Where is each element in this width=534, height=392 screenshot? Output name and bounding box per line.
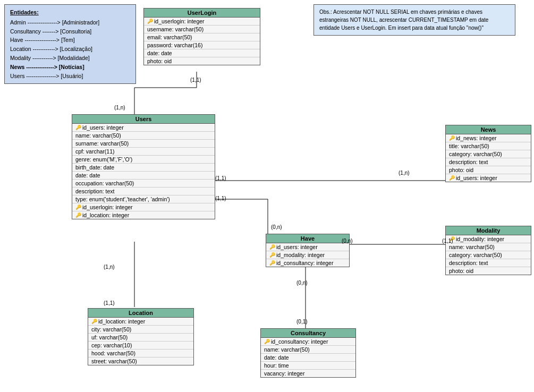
entity-location-header: Location: [88, 309, 193, 318]
field-modality-id: 🔑 id_modality: integer: [446, 235, 531, 243]
field-location-uf: uf: varchar(50): [88, 334, 193, 342]
pk-icon: 🔑: [75, 125, 81, 130]
card-1-1-users-have: (1,1): [215, 195, 226, 201]
field-news-users: 🔑 id_users: integer: [446, 174, 531, 182]
card-0-1-consultancy: (0,1): [296, 319, 308, 325]
field-users-birthdate: birth_date: date: [72, 164, 215, 172]
diagram-container: Entidades: Admin ----------------> [Admi…: [0, 0, 534, 392]
field-userlogin-password: password: varchar(16): [144, 41, 260, 49]
legend-items: Admin ----------------> [Administrador] …: [10, 18, 130, 81]
pk-icon: 🔑: [91, 319, 97, 324]
field-location-id: 🔑 id_location: integer: [88, 318, 193, 326]
note-box: Obs.: Acrescentar NOT NULL SERIAL em cha…: [313, 4, 515, 36]
field-users-type: type: enum('student','teacher', 'admin'): [72, 195, 215, 203]
field-users-occupation: occupation: varchar(50): [72, 180, 215, 188]
legend-title: Entidades:: [10, 8, 130, 17]
entity-have: Have 🔑 id_users: integer 🔑 id_modality: …: [266, 234, 350, 267]
note-text: Obs.: Acrescentar NOT NULL SERIAL em cha…: [319, 9, 488, 31]
legend-item: Users ----------------> [Usuário]: [10, 72, 130, 81]
field-consultancy-id: 🔑 id_consultancy: integer: [261, 338, 355, 346]
field-have-users: 🔑 id_users: integer: [266, 243, 349, 251]
field-news-category: category: varchar(50): [446, 150, 531, 158]
field-news-title: title: varchar(50): [446, 142, 531, 150]
field-userlogin-username: username: varchar(50): [144, 25, 260, 33]
card-1-1-users-news: (1,1): [215, 175, 226, 181]
pk-icon: 🔑: [147, 19, 152, 24]
entity-news: News 🔑 id_news: integer title: varchar(5…: [445, 125, 531, 182]
field-news-id: 🔑 id_news: integer: [446, 134, 531, 142]
field-userlogin-id: 🔑 id_userlogin: integer: [144, 18, 260, 25]
field-consultancy-name: name: varchar(50): [261, 346, 355, 354]
card-1-1-location: (1,1): [104, 300, 115, 306]
card-1-n-users-location: (1,n): [104, 264, 115, 270]
field-users-userlogin: 🔑 id_userlogin: integer: [72, 203, 215, 211]
pk-icon: 🔑: [75, 204, 81, 210]
entity-consultancy: Consultancy 🔑 id_consultancy: integer na…: [260, 328, 356, 378]
field-news-description: description: text: [446, 158, 531, 166]
card-1-1-userlogin: (1,1): [190, 77, 201, 83]
entity-news-header: News: [446, 125, 531, 134]
field-consultancy-hour: hour: time: [261, 362, 355, 370]
entity-consultancy-header: Consultancy: [261, 329, 355, 338]
field-users-name: name: varchar(50): [72, 132, 215, 140]
card-1-n-news: (1,n): [399, 170, 410, 176]
field-userlogin-email: email: varchar(50): [144, 33, 260, 41]
field-modality-photo: photo: oid: [446, 267, 531, 275]
field-modality-category: category: varchar(50): [446, 251, 531, 259]
field-modality-description: description: text: [446, 259, 531, 267]
card-0-n-have-modality: (0,n): [342, 238, 353, 244]
field-modality-name: name: varchar(50): [446, 243, 531, 251]
field-users-cpf: cpf: varchar(11): [72, 148, 215, 156]
field-users-date: date: date: [72, 172, 215, 180]
entity-location: Location 🔑 id_location: integer city: va…: [88, 308, 194, 365]
pk-icon: 🔑: [75, 212, 81, 218]
legend-item: News ---------------> [Notícias]: [10, 63, 130, 72]
field-consultancy-vacancy: vacancy: integer: [261, 370, 355, 377]
legend-item: Modality -----------> [Modalidade]: [10, 54, 130, 63]
field-location-hood: hood: varchar(50): [88, 350, 193, 357]
card-1-n-users: (1,n): [114, 105, 125, 110]
card-0-n-have: (0,n): [271, 224, 282, 230]
pk-icon: 🔑: [269, 260, 275, 266]
entity-users-header: Users: [72, 115, 215, 124]
entity-userlogin-header: UserLogin: [144, 8, 260, 18]
field-users-surname: surname: varchar(50): [72, 140, 215, 148]
field-location-city: city: varchar(50): [88, 326, 193, 334]
field-users-description: description: text: [72, 188, 215, 195]
field-userlogin-date: date: date: [144, 49, 260, 57]
legend-item: Consultancy -------> [Consultoria]: [10, 27, 130, 36]
field-users-location: 🔑 id_location: integer: [72, 211, 215, 219]
field-have-consultancy: 🔑 id_consultancy: integer: [266, 259, 349, 267]
entity-users: Users 🔑 id_users: integer name: varchar(…: [72, 114, 215, 219]
field-have-modality: 🔑 id_modality: integer: [266, 251, 349, 259]
legend-box: Entidades: Admin ----------------> [Admi…: [4, 4, 136, 84]
legend-item: Location ------------> [Localização]: [10, 45, 130, 54]
field-location-street: street: varchar(50): [88, 357, 193, 365]
pk-icon: 🔑: [269, 244, 275, 250]
field-userlogin-photo: photo: oid: [144, 57, 260, 65]
entity-modality-header: Modality: [446, 226, 531, 235]
pk-icon: 🔑: [264, 339, 269, 344]
card-1-1-modality: (1,1): [442, 238, 453, 244]
pk-icon: 🔑: [449, 175, 454, 181]
entity-userlogin: UserLogin 🔑 id_userlogin: integer userna…: [143, 8, 260, 65]
entity-modality: Modality 🔑 id_modality: integer name: va…: [445, 226, 531, 275]
card-0-n-have-consultancy: (0,n): [296, 280, 308, 286]
field-users-genre: genre: enum('M','F','O'): [72, 156, 215, 164]
entity-have-header: Have: [266, 234, 349, 243]
field-news-photo: photo: oid: [446, 166, 531, 174]
legend-item: Have -----------------> [Tem]: [10, 36, 130, 45]
field-location-cep: cep: varchar(10): [88, 342, 193, 350]
field-consultancy-date: date: date: [261, 354, 355, 362]
field-users-id: 🔑 id_users: integer: [72, 124, 215, 132]
pk-icon: 🔑: [269, 252, 275, 258]
pk-icon: 🔑: [449, 135, 454, 141]
legend-item: Admin ----------------> [Administrador]: [10, 18, 130, 27]
